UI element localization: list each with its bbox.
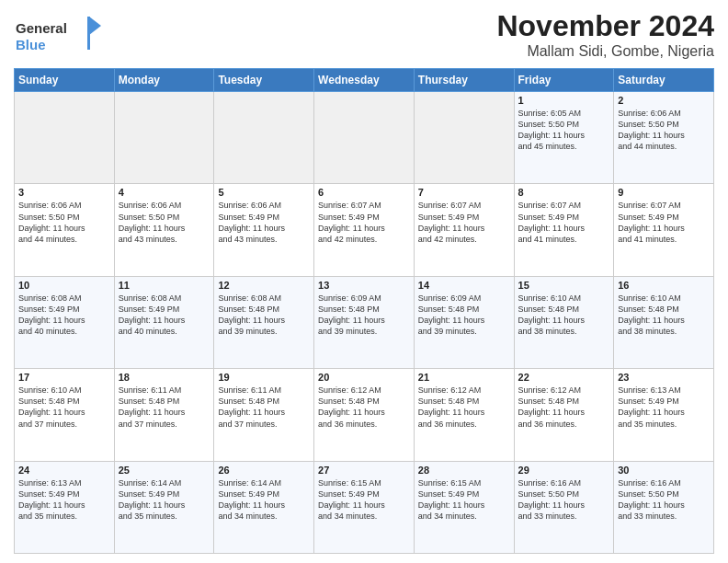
table-row: 26Sunrise: 6:14 AM Sunset: 5:49 PM Dayli… bbox=[214, 461, 314, 553]
day-number: 26 bbox=[218, 465, 310, 476]
header-friday: Friday bbox=[514, 69, 614, 92]
day-info: Sunrise: 6:09 AM Sunset: 5:48 PM Dayligh… bbox=[318, 293, 410, 338]
table-row: 1Sunrise: 6:05 AM Sunset: 5:50 PM Daylig… bbox=[514, 92, 614, 184]
day-info: Sunrise: 6:05 AM Sunset: 5:50 PM Dayligh… bbox=[518, 108, 610, 153]
table-row: 21Sunrise: 6:12 AM Sunset: 5:48 PM Dayli… bbox=[414, 369, 514, 461]
day-info: Sunrise: 6:11 AM Sunset: 5:48 PM Dayligh… bbox=[218, 385, 310, 430]
logo: General Blue bbox=[14, 13, 101, 61]
day-number: 4 bbox=[119, 187, 210, 198]
day-number: 28 bbox=[418, 465, 510, 476]
table-row: 18Sunrise: 6:11 AM Sunset: 5:48 PM Dayli… bbox=[114, 369, 214, 461]
day-number: 18 bbox=[119, 372, 210, 383]
calendar-week-row: 1Sunrise: 6:05 AM Sunset: 5:50 PM Daylig… bbox=[15, 92, 714, 184]
day-number: 24 bbox=[18, 465, 110, 476]
table-row bbox=[15, 92, 115, 184]
day-info: Sunrise: 6:06 AM Sunset: 5:50 PM Dayligh… bbox=[119, 200, 210, 245]
title-block: November 2024 Mallam Sidi, Gombe, Nigeri… bbox=[496, 9, 714, 60]
table-row: 28Sunrise: 6:15 AM Sunset: 5:49 PM Dayli… bbox=[414, 461, 514, 553]
table-row: 16Sunrise: 6:10 AM Sunset: 5:48 PM Dayli… bbox=[614, 276, 714, 368]
day-number: 20 bbox=[318, 372, 410, 383]
table-row: 19Sunrise: 6:11 AM Sunset: 5:48 PM Dayli… bbox=[214, 369, 314, 461]
calendar-week-row: 17Sunrise: 6:10 AM Sunset: 5:48 PM Dayli… bbox=[15, 369, 714, 461]
day-info: Sunrise: 6:15 AM Sunset: 5:49 PM Dayligh… bbox=[318, 477, 410, 523]
header: General Blue November 2024 Mallam Sidi, … bbox=[14, 9, 714, 61]
day-info: Sunrise: 6:07 AM Sunset: 5:49 PM Dayligh… bbox=[318, 200, 410, 245]
table-row: 20Sunrise: 6:12 AM Sunset: 5:48 PM Dayli… bbox=[314, 369, 415, 461]
day-info: Sunrise: 6:07 AM Sunset: 5:49 PM Dayligh… bbox=[618, 200, 710, 245]
day-info: Sunrise: 6:11 AM Sunset: 5:48 PM Dayligh… bbox=[119, 385, 210, 430]
table-row: 22Sunrise: 6:12 AM Sunset: 5:48 PM Dayli… bbox=[514, 369, 614, 461]
day-number: 27 bbox=[318, 465, 410, 476]
day-number: 12 bbox=[218, 280, 310, 291]
day-number: 6 bbox=[318, 187, 410, 198]
calendar-table: Sunday Monday Tuesday Wednesday Thursday… bbox=[14, 68, 714, 554]
day-info: Sunrise: 6:12 AM Sunset: 5:48 PM Dayligh… bbox=[418, 385, 510, 430]
day-info: Sunrise: 6:07 AM Sunset: 5:49 PM Dayligh… bbox=[418, 200, 510, 245]
day-number: 13 bbox=[318, 280, 410, 291]
day-info: Sunrise: 6:15 AM Sunset: 5:49 PM Dayligh… bbox=[418, 477, 510, 523]
day-number: 11 bbox=[119, 280, 210, 291]
header-thursday: Thursday bbox=[414, 69, 514, 92]
day-number: 30 bbox=[618, 465, 710, 476]
day-number: 29 bbox=[518, 465, 610, 476]
calendar-week-row: 24Sunrise: 6:13 AM Sunset: 5:49 PM Dayli… bbox=[15, 461, 714, 553]
day-number: 7 bbox=[418, 187, 510, 198]
day-number: 10 bbox=[18, 280, 110, 291]
header-wednesday: Wednesday bbox=[314, 69, 415, 92]
day-number: 22 bbox=[518, 372, 610, 383]
calendar-subtitle: Mallam Sidi, Gombe, Nigeria bbox=[496, 43, 714, 60]
table-row bbox=[414, 92, 514, 184]
day-info: Sunrise: 6:08 AM Sunset: 5:49 PM Dayligh… bbox=[119, 293, 210, 338]
calendar-week-row: 3Sunrise: 6:06 AM Sunset: 5:50 PM Daylig… bbox=[15, 184, 714, 276]
day-info: Sunrise: 6:16 AM Sunset: 5:50 PM Dayligh… bbox=[518, 477, 610, 523]
table-row: 2Sunrise: 6:06 AM Sunset: 5:50 PM Daylig… bbox=[614, 92, 714, 184]
table-row: 10Sunrise: 6:08 AM Sunset: 5:49 PM Dayli… bbox=[15, 276, 115, 368]
table-row: 7Sunrise: 6:07 AM Sunset: 5:49 PM Daylig… bbox=[414, 184, 514, 276]
calendar-header-row: Sunday Monday Tuesday Wednesday Thursday… bbox=[15, 69, 714, 92]
day-number: 19 bbox=[218, 372, 310, 383]
day-number: 3 bbox=[18, 187, 110, 198]
day-info: Sunrise: 6:08 AM Sunset: 5:48 PM Dayligh… bbox=[218, 293, 310, 338]
table-row: 29Sunrise: 6:16 AM Sunset: 5:50 PM Dayli… bbox=[514, 461, 614, 553]
svg-text:Blue: Blue bbox=[16, 37, 46, 52]
day-info: Sunrise: 6:10 AM Sunset: 5:48 PM Dayligh… bbox=[618, 293, 710, 338]
header-monday: Monday bbox=[114, 69, 214, 92]
table-row: 15Sunrise: 6:10 AM Sunset: 5:48 PM Dayli… bbox=[514, 276, 614, 368]
header-sunday: Sunday bbox=[15, 69, 115, 92]
day-number: 1 bbox=[518, 95, 610, 106]
day-number: 23 bbox=[618, 372, 710, 383]
table-row: 17Sunrise: 6:10 AM Sunset: 5:48 PM Dayli… bbox=[15, 369, 115, 461]
day-info: Sunrise: 6:06 AM Sunset: 5:49 PM Dayligh… bbox=[218, 200, 310, 245]
table-row: 6Sunrise: 6:07 AM Sunset: 5:49 PM Daylig… bbox=[314, 184, 415, 276]
day-number: 21 bbox=[418, 372, 510, 383]
day-info: Sunrise: 6:08 AM Sunset: 5:49 PM Dayligh… bbox=[18, 293, 110, 338]
calendar-week-row: 10Sunrise: 6:08 AM Sunset: 5:49 PM Dayli… bbox=[15, 276, 714, 368]
day-number: 14 bbox=[418, 280, 510, 291]
table-row bbox=[114, 92, 214, 184]
table-row: 5Sunrise: 6:06 AM Sunset: 5:49 PM Daylig… bbox=[214, 184, 314, 276]
day-info: Sunrise: 6:10 AM Sunset: 5:48 PM Dayligh… bbox=[518, 293, 610, 338]
table-row: 23Sunrise: 6:13 AM Sunset: 5:49 PM Dayli… bbox=[614, 369, 714, 461]
day-info: Sunrise: 6:16 AM Sunset: 5:50 PM Dayligh… bbox=[618, 477, 710, 523]
day-number: 17 bbox=[18, 372, 110, 383]
table-row: 4Sunrise: 6:06 AM Sunset: 5:50 PM Daylig… bbox=[114, 184, 214, 276]
header-saturday: Saturday bbox=[614, 69, 714, 92]
svg-marker-2 bbox=[89, 17, 101, 35]
day-info: Sunrise: 6:09 AM Sunset: 5:48 PM Dayligh… bbox=[418, 293, 510, 338]
day-info: Sunrise: 6:12 AM Sunset: 5:48 PM Dayligh… bbox=[518, 385, 610, 430]
day-info: Sunrise: 6:07 AM Sunset: 5:49 PM Dayligh… bbox=[518, 200, 610, 245]
day-info: Sunrise: 6:14 AM Sunset: 5:49 PM Dayligh… bbox=[218, 477, 310, 523]
day-info: Sunrise: 6:06 AM Sunset: 5:50 PM Dayligh… bbox=[18, 200, 110, 245]
table-row: 25Sunrise: 6:14 AM Sunset: 5:49 PM Dayli… bbox=[114, 461, 214, 553]
day-number: 2 bbox=[618, 95, 710, 106]
table-row: 3Sunrise: 6:06 AM Sunset: 5:50 PM Daylig… bbox=[15, 184, 115, 276]
table-row: 14Sunrise: 6:09 AM Sunset: 5:48 PM Dayli… bbox=[414, 276, 514, 368]
page: General Blue November 2024 Mallam Sidi, … bbox=[0, 0, 728, 563]
day-info: Sunrise: 6:06 AM Sunset: 5:50 PM Dayligh… bbox=[618, 108, 710, 153]
day-number: 8 bbox=[518, 187, 610, 198]
table-row: 30Sunrise: 6:16 AM Sunset: 5:50 PM Dayli… bbox=[614, 461, 714, 553]
day-number: 25 bbox=[119, 465, 210, 476]
day-info: Sunrise: 6:13 AM Sunset: 5:49 PM Dayligh… bbox=[618, 385, 710, 430]
day-number: 9 bbox=[618, 187, 710, 198]
day-info: Sunrise: 6:12 AM Sunset: 5:48 PM Dayligh… bbox=[318, 385, 410, 430]
